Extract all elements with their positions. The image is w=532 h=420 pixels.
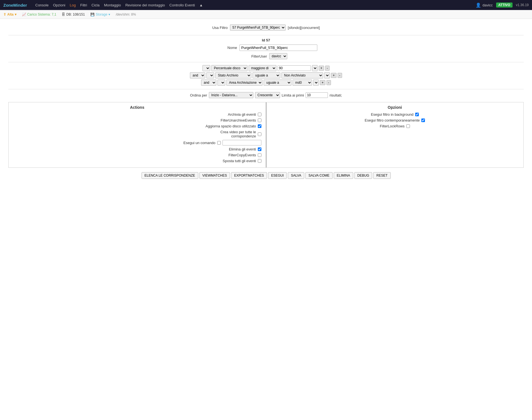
nav-console[interactable]: Console [35,3,49,7]
arrow-up-icon: ⇧ [3,13,6,16]
nav-caret[interactable]: ▲ [199,3,203,7]
subnav-storage[interactable]: 💾 Storage ▾ [90,13,110,16]
action-elimina: Elimina gli eventi [13,147,261,151]
cond3-op-select[interactable]: uguale a [264,80,291,86]
right-section: 👤 davicc ATTIVO v1.36.19 [476,3,529,8]
archivia-label: Archivia gli eventi [228,112,256,117]
cond3-and-select[interactable]: and [201,80,216,86]
sort-suffix: risultati; [330,93,342,97]
nav-opzioni[interactable]: Opzioni [53,3,65,7]
archivia-checkbox[interactable] [258,113,261,116]
cond1-field-select[interactable]: Percentuale disco [211,65,248,71]
storage-label: Storage [96,13,107,16]
background-label: Esegui filtro in background [371,112,414,117]
salva-come-btn[interactable]: SALVA COME [305,172,333,179]
username: davicc [482,3,493,7]
cond1-val-input[interactable] [278,65,311,71]
version: v1.36.19 [516,3,529,7]
shm-label: /dev/shm: 8% [116,13,136,16]
cond3-field-select[interactable]: Area Archiviazione [226,80,263,86]
elimina-btn[interactable]: ELIMINA [334,172,353,179]
copy-checkbox[interactable] [258,153,261,157]
cond2-field-select[interactable]: Stato Archivio [215,72,251,78]
condition-row-3: and Area Archiviazione uguale a md0 + - [201,80,331,86]
cond1-minus-btn[interactable]: - [325,66,330,71]
action-copy: FilterCopyEvents [13,153,261,157]
attivo-badge: ATTIVO [496,3,513,8]
cond1-plus-btn[interactable]: + [319,66,324,71]
filter-row: Usa Filtro 57 PurgeWhenFull_5TB_90perc*&… [8,24,524,31]
cond1-op-select[interactable]: maggiore di [249,65,276,71]
id-label: Id 57 [262,38,270,42]
reset-btn[interactable]: RESET [373,172,390,179]
cond3-plus-btn[interactable]: + [320,80,325,85]
lockrows-checkbox[interactable] [406,124,410,128]
cond3-minus-btn[interactable]: - [326,80,331,85]
sort-field-select[interactable]: Inizio - Data/ora... [209,92,253,98]
nav-montaggio[interactable]: Montaggio [104,3,121,7]
action-unarchive: FilterUnarchiveEvents [13,118,261,122]
filteruser-select[interactable]: davicc [269,53,287,59]
esegui-btn[interactable]: ESEGUI [268,172,287,179]
nav-filtri[interactable]: Filtri [80,3,87,7]
salva-btn[interactable]: SALVA [288,172,304,179]
elimina-checkbox[interactable] [258,147,261,151]
limit-input[interactable] [306,92,328,98]
sort-direction-select[interactable]: Crescente [255,92,280,98]
filter-select[interactable]: 57 PurgeWhenFull_5TB_90perc*& ▾ [230,24,286,31]
brand[interactable]: ZoneMinder [3,3,27,8]
main-content: Usa Filtro 57 PurgeWhenFull_5TB_90perc*&… [0,19,532,184]
cond2-cat-select[interactable] [206,72,214,78]
elenca-btn[interactable]: ELENCA LE CORRISPONDENZE [142,172,198,179]
cond3-flag-select[interactable] [313,80,319,86]
unarchive-checkbox[interactable] [258,118,261,122]
user-icon: 👤 [476,3,481,8]
action-aggiorna: Aggiorna spazio disco utilizzato [13,124,261,128]
elimina-label: Elimina gli eventi [229,147,256,151]
user-info: 👤 davicc [476,3,493,8]
background-checkbox[interactable] [415,113,419,116]
cond1-cat-select[interactable] [202,65,210,71]
exportmatches-btn[interactable]: EXPORTMATCHES [231,172,267,179]
subnav-alta[interactable]: ⇧ Alta ▾ [3,13,16,16]
condition-row-2: and Stato Archivio uguale a Non Archivia… [190,72,342,78]
navbar: ZoneMinder Console Opzioni Log Filtri Ci… [0,0,532,10]
cond2-op-select[interactable]: uguale a [253,72,280,78]
nav-revisione[interactable]: Revisione del montaggio [125,3,165,7]
conditions-area: Percentuale disco maggiore di + - and St… [8,65,524,86]
actions-title: Actions [13,105,261,110]
crea-video-checkbox[interactable] [258,132,261,136]
esegui-comando-checkbox[interactable] [217,141,221,145]
sposta-checkbox[interactable] [258,159,261,163]
crea-video-label: Crea video per tutte le corrispondenze [217,130,256,138]
esegui-comando-input[interactable] [222,140,261,145]
aggiorna-label: Aggiorna spazio disco utilizzato [206,124,256,128]
id-row: Id 57 [8,38,524,42]
cond2-flag-select[interactable] [324,72,330,78]
cond2-and-select[interactable]: and [190,72,205,78]
concurrent-checkbox[interactable] [421,118,425,122]
subnav-db: 🗄 DB: 108/151 [62,13,85,16]
alta-label: Alta [7,13,14,16]
viewmatches-btn[interactable]: VIEWMATCHES [199,172,230,179]
cond2-minus-btn[interactable]: - [338,73,342,78]
cond2-val-select[interactable]: Non Archiviato [281,72,323,78]
cond1-flag-select[interactable] [312,65,318,71]
cond2-plus-btn[interactable]: + [331,73,336,78]
esegui-comando-label: Esegui un comando [184,141,216,145]
option-concurrent: Esegui filtro contemporaneamente [271,118,519,122]
storage-icon: 💾 [90,13,95,16]
aggiorna-checkbox[interactable] [258,124,261,128]
copy-label: FilterCopyEvents [229,153,256,157]
nav-cicla[interactable]: Cicla [91,3,100,7]
cond3-val-select[interactable]: md0 [293,80,312,86]
filteruser-label: FilterUser [245,54,267,58]
concurrent-label: Esegui filtro contemporaneamente [365,118,420,122]
debug-btn[interactable]: DEBUG [354,172,372,179]
subnav: ⇧ Alta ▾ 📈 Carico Sistema: 7,1 🗄 DB: 108… [0,10,532,19]
name-input[interactable] [239,45,317,51]
cond3-cat-select[interactable] [217,80,225,86]
nav-log[interactable]: Log [70,3,76,7]
nav-controllo[interactable]: Controllo Eventi [169,3,195,7]
filter-suffix: [sfondo][concurrent] [288,26,320,30]
